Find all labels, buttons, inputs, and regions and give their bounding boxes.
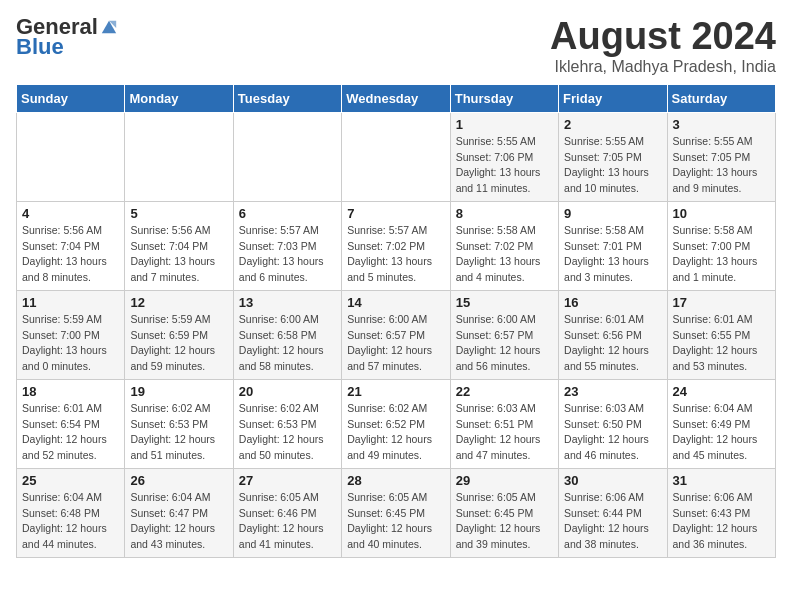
day-info: Sunrise: 5:58 AMSunset: 7:02 PMDaylight:… <box>456 223 553 286</box>
day-info: Sunrise: 6:01 AMSunset: 6:55 PMDaylight:… <box>673 312 770 375</box>
day-info: Sunrise: 6:04 AMSunset: 6:47 PMDaylight:… <box>130 490 227 553</box>
table-row: 15Sunrise: 6:00 AMSunset: 6:57 PMDayligh… <box>450 290 558 379</box>
col-wednesday: Wednesday <box>342 84 450 112</box>
table-row: 22Sunrise: 6:03 AMSunset: 6:51 PMDayligh… <box>450 379 558 468</box>
table-row: 27Sunrise: 6:05 AMSunset: 6:46 PMDayligh… <box>233 468 341 557</box>
col-friday: Friday <box>559 84 667 112</box>
table-row: 5Sunrise: 5:56 AMSunset: 7:04 PMDaylight… <box>125 201 233 290</box>
table-row: 25Sunrise: 6:04 AMSunset: 6:48 PMDayligh… <box>17 468 125 557</box>
calendar-header-row: Sunday Monday Tuesday Wednesday Thursday… <box>17 84 776 112</box>
day-info: Sunrise: 5:56 AMSunset: 7:04 PMDaylight:… <box>22 223 119 286</box>
table-row <box>233 112 341 201</box>
day-number: 22 <box>456 384 553 399</box>
day-info: Sunrise: 5:58 AMSunset: 7:01 PMDaylight:… <box>564 223 661 286</box>
table-row: 26Sunrise: 6:04 AMSunset: 6:47 PMDayligh… <box>125 468 233 557</box>
day-number: 21 <box>347 384 444 399</box>
day-number: 5 <box>130 206 227 221</box>
day-number: 19 <box>130 384 227 399</box>
col-monday: Monday <box>125 84 233 112</box>
logo-icon <box>100 18 118 36</box>
day-info: Sunrise: 6:00 AMSunset: 6:57 PMDaylight:… <box>456 312 553 375</box>
day-number: 13 <box>239 295 336 310</box>
table-row: 13Sunrise: 6:00 AMSunset: 6:58 PMDayligh… <box>233 290 341 379</box>
title-block: August 2024 Iklehra, Madhya Pradesh, Ind… <box>550 16 776 76</box>
col-tuesday: Tuesday <box>233 84 341 112</box>
day-number: 27 <box>239 473 336 488</box>
table-row: 9Sunrise: 5:58 AMSunset: 7:01 PMDaylight… <box>559 201 667 290</box>
day-number: 23 <box>564 384 661 399</box>
day-number: 14 <box>347 295 444 310</box>
day-number: 16 <box>564 295 661 310</box>
day-number: 20 <box>239 384 336 399</box>
calendar-week-row: 4Sunrise: 5:56 AMSunset: 7:04 PMDaylight… <box>17 201 776 290</box>
table-row: 30Sunrise: 6:06 AMSunset: 6:44 PMDayligh… <box>559 468 667 557</box>
table-row: 31Sunrise: 6:06 AMSunset: 6:43 PMDayligh… <box>667 468 775 557</box>
day-number: 30 <box>564 473 661 488</box>
calendar-week-row: 25Sunrise: 6:04 AMSunset: 6:48 PMDayligh… <box>17 468 776 557</box>
day-info: Sunrise: 5:59 AMSunset: 7:00 PMDaylight:… <box>22 312 119 375</box>
table-row: 12Sunrise: 5:59 AMSunset: 6:59 PMDayligh… <box>125 290 233 379</box>
table-row: 17Sunrise: 6:01 AMSunset: 6:55 PMDayligh… <box>667 290 775 379</box>
day-number: 18 <box>22 384 119 399</box>
table-row: 2Sunrise: 5:55 AMSunset: 7:05 PMDaylight… <box>559 112 667 201</box>
day-info: Sunrise: 6:05 AMSunset: 6:45 PMDaylight:… <box>347 490 444 553</box>
day-info: Sunrise: 5:57 AMSunset: 7:03 PMDaylight:… <box>239 223 336 286</box>
col-sunday: Sunday <box>17 84 125 112</box>
table-row: 18Sunrise: 6:01 AMSunset: 6:54 PMDayligh… <box>17 379 125 468</box>
day-info: Sunrise: 6:02 AMSunset: 6:53 PMDaylight:… <box>239 401 336 464</box>
table-row: 23Sunrise: 6:03 AMSunset: 6:50 PMDayligh… <box>559 379 667 468</box>
day-info: Sunrise: 6:03 AMSunset: 6:50 PMDaylight:… <box>564 401 661 464</box>
table-row: 11Sunrise: 5:59 AMSunset: 7:00 PMDayligh… <box>17 290 125 379</box>
logo-blue-text: Blue <box>16 36 64 58</box>
day-info: Sunrise: 6:01 AMSunset: 6:56 PMDaylight:… <box>564 312 661 375</box>
calendar-week-row: 11Sunrise: 5:59 AMSunset: 7:00 PMDayligh… <box>17 290 776 379</box>
day-number: 7 <box>347 206 444 221</box>
day-number: 4 <box>22 206 119 221</box>
table-row: 10Sunrise: 5:58 AMSunset: 7:00 PMDayligh… <box>667 201 775 290</box>
day-info: Sunrise: 6:04 AMSunset: 6:48 PMDaylight:… <box>22 490 119 553</box>
day-number: 25 <box>22 473 119 488</box>
day-info: Sunrise: 6:05 AMSunset: 6:45 PMDaylight:… <box>456 490 553 553</box>
table-row: 1Sunrise: 5:55 AMSunset: 7:06 PMDaylight… <box>450 112 558 201</box>
day-info: Sunrise: 5:58 AMSunset: 7:00 PMDaylight:… <box>673 223 770 286</box>
table-row: 19Sunrise: 6:02 AMSunset: 6:53 PMDayligh… <box>125 379 233 468</box>
day-info: Sunrise: 6:06 AMSunset: 6:44 PMDaylight:… <box>564 490 661 553</box>
col-saturday: Saturday <box>667 84 775 112</box>
day-number: 29 <box>456 473 553 488</box>
day-number: 11 <box>22 295 119 310</box>
calendar-week-row: 1Sunrise: 5:55 AMSunset: 7:06 PMDaylight… <box>17 112 776 201</box>
table-row: 8Sunrise: 5:58 AMSunset: 7:02 PMDaylight… <box>450 201 558 290</box>
day-number: 9 <box>564 206 661 221</box>
day-number: 3 <box>673 117 770 132</box>
table-row: 28Sunrise: 6:05 AMSunset: 6:45 PMDayligh… <box>342 468 450 557</box>
table-row: 16Sunrise: 6:01 AMSunset: 6:56 PMDayligh… <box>559 290 667 379</box>
day-info: Sunrise: 5:55 AMSunset: 7:06 PMDaylight:… <box>456 134 553 197</box>
day-info: Sunrise: 6:03 AMSunset: 6:51 PMDaylight:… <box>456 401 553 464</box>
table-row <box>125 112 233 201</box>
table-row: 14Sunrise: 6:00 AMSunset: 6:57 PMDayligh… <box>342 290 450 379</box>
day-info: Sunrise: 6:02 AMSunset: 6:52 PMDaylight:… <box>347 401 444 464</box>
month-title: August 2024 <box>550 16 776 58</box>
table-row: 29Sunrise: 6:05 AMSunset: 6:45 PMDayligh… <box>450 468 558 557</box>
day-info: Sunrise: 5:55 AMSunset: 7:05 PMDaylight:… <box>673 134 770 197</box>
day-info: Sunrise: 6:02 AMSunset: 6:53 PMDaylight:… <box>130 401 227 464</box>
day-number: 26 <box>130 473 227 488</box>
day-number: 12 <box>130 295 227 310</box>
day-number: 17 <box>673 295 770 310</box>
day-info: Sunrise: 5:57 AMSunset: 7:02 PMDaylight:… <box>347 223 444 286</box>
day-info: Sunrise: 5:56 AMSunset: 7:04 PMDaylight:… <box>130 223 227 286</box>
page-header: General Blue August 2024 Iklehra, Madhya… <box>16 16 776 76</box>
day-info: Sunrise: 6:04 AMSunset: 6:49 PMDaylight:… <box>673 401 770 464</box>
table-row <box>17 112 125 201</box>
table-row: 4Sunrise: 5:56 AMSunset: 7:04 PMDaylight… <box>17 201 125 290</box>
calendar-week-row: 18Sunrise: 6:01 AMSunset: 6:54 PMDayligh… <box>17 379 776 468</box>
table-row: 20Sunrise: 6:02 AMSunset: 6:53 PMDayligh… <box>233 379 341 468</box>
day-info: Sunrise: 6:00 AMSunset: 6:58 PMDaylight:… <box>239 312 336 375</box>
day-number: 31 <box>673 473 770 488</box>
day-info: Sunrise: 6:05 AMSunset: 6:46 PMDaylight:… <box>239 490 336 553</box>
day-info: Sunrise: 6:00 AMSunset: 6:57 PMDaylight:… <box>347 312 444 375</box>
table-row: 21Sunrise: 6:02 AMSunset: 6:52 PMDayligh… <box>342 379 450 468</box>
day-info: Sunrise: 5:55 AMSunset: 7:05 PMDaylight:… <box>564 134 661 197</box>
day-number: 10 <box>673 206 770 221</box>
day-number: 1 <box>456 117 553 132</box>
